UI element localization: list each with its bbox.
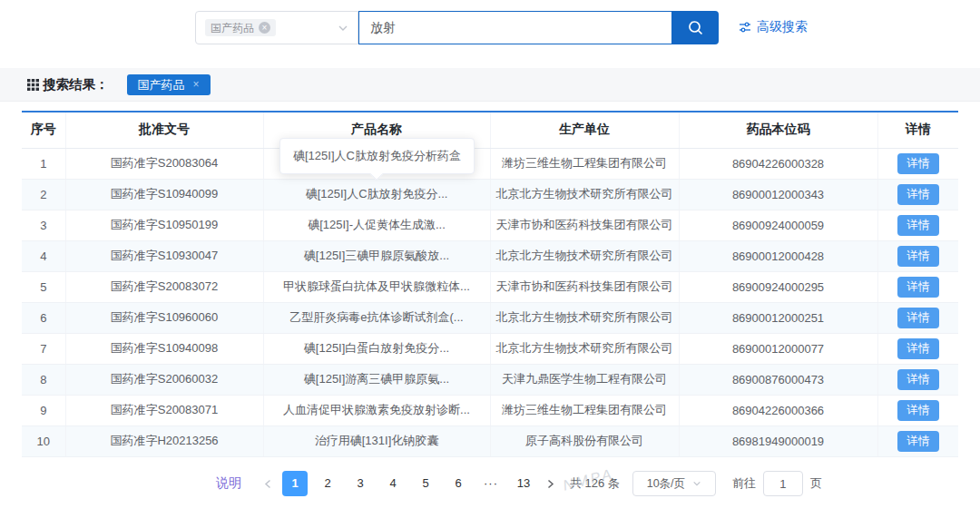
- cell-product-name: 碘[125I]-人促黄体生成激...: [263, 210, 490, 240]
- detail-button[interactable]: 详情: [897, 308, 939, 328]
- cell-approval-number: 国药准字S10960060: [65, 302, 263, 333]
- column-header: 详情: [877, 112, 958, 148]
- active-filter-tag[interactable]: 国产药品 ×: [127, 74, 211, 95]
- search-icon: [687, 19, 704, 36]
- table-row: 2国药准字S10940099碘[125I]人C肽放射免疫分...北京北方生物技术…: [22, 179, 958, 210]
- column-header: 生产单位: [490, 112, 679, 148]
- detail-button[interactable]: 详情: [897, 369, 939, 390]
- cell-detail: 详情: [877, 240, 958, 271]
- page-button-1[interactable]: 1: [282, 471, 308, 496]
- detail-button[interactable]: 详情: [897, 184, 939, 205]
- cell-detail: 详情: [877, 395, 958, 425]
- column-header: 药品本位码: [679, 112, 877, 148]
- column-header: 序号: [22, 112, 65, 148]
- detail-button[interactable]: 详情: [897, 246, 939, 267]
- cell-product-name: 碘[125I]白蛋白放射免疫分...: [263, 333, 490, 364]
- cell-detail: 详情: [877, 333, 958, 364]
- cell-detail: 详情: [877, 425, 958, 456]
- category-select[interactable]: 国产药品 ×: [195, 11, 358, 44]
- page-button-5[interactable]: 5: [413, 471, 438, 496]
- detail-button[interactable]: 详情: [897, 215, 939, 236]
- cell-manufacturer: 北京北方生物技术研究所有限公司: [490, 179, 679, 210]
- table-row: 8国药准字S20060032碘[125I]游离三碘甲腺原氨...天津九鼎医学生物…: [22, 364, 958, 395]
- goto-page-input[interactable]: [763, 471, 803, 496]
- table-row: 9国药准字S20083071人血清促甲状腺激素免疫放射诊断...潍坊三维生物工程…: [22, 395, 958, 425]
- cell-manufacturer: 北京北方生物技术研究所有限公司: [490, 240, 679, 271]
- cell-approval-number: 国药准字S20083072: [65, 271, 263, 302]
- detail-button[interactable]: 详情: [897, 277, 939, 298]
- cell-product-name: 碘[125I]三碘甲腺原氨酸放...: [263, 240, 490, 271]
- cell-manufacturer: 天津市协和医药科技集团有限公司: [490, 271, 679, 302]
- cell-product-name: 人血清促甲状腺激素免疫放射诊断...: [263, 395, 490, 425]
- cell-index: 9: [22, 395, 65, 425]
- cell-drug-code: 86900924000295: [679, 271, 877, 302]
- cell-drug-code: 86900012000077: [679, 333, 877, 364]
- page-button-6[interactable]: 6: [446, 471, 471, 496]
- search-group: [358, 11, 719, 44]
- table-row: 1国药准字S20083064潍坊三维生物工程集团有限公司869042260003…: [22, 148, 958, 179]
- page-size-select[interactable]: 10条/页: [632, 471, 716, 496]
- grid-icon: [27, 79, 39, 91]
- active-filter-label: 国产药品: [138, 79, 185, 91]
- goto-label: 前往: [732, 475, 756, 492]
- cell-index: 2: [22, 179, 65, 210]
- page: 国产药品 × 高级搜索 搜索结果： 国产药品 ×: [0, 0, 980, 528]
- cell-manufacturer: 天津九鼎医学生物工程有限公司: [490, 364, 679, 395]
- cell-manufacturer: 潍坊三维生物工程集团有限公司: [490, 148, 679, 179]
- cell-product-name: 乙型肝炎病毒e抗体诊断试剂盒(...: [263, 302, 490, 333]
- cell-index: 10: [22, 425, 65, 456]
- cell-approval-number: 国药准字S20083071: [65, 395, 263, 425]
- advanced-search-label: 高级搜索: [757, 19, 808, 35]
- cell-product-name: 碘[125I]人C肽放射免疫分...: [263, 179, 490, 210]
- cell-detail: 详情: [877, 271, 958, 302]
- prev-page-button[interactable]: [258, 479, 279, 489]
- detail-button[interactable]: 详情: [897, 153, 939, 174]
- next-page-button[interactable]: [540, 479, 561, 489]
- more-pages-icon[interactable]: ···: [478, 471, 504, 496]
- column-header: 批准文号: [65, 112, 263, 148]
- page-button-2[interactable]: 2: [315, 471, 340, 496]
- cell-approval-number: 国药准字S10940099: [65, 179, 263, 210]
- cell-index: 4: [22, 240, 65, 271]
- cell-manufacturer: 潍坊三维生物工程集团有限公司: [490, 395, 679, 425]
- remove-filter-icon[interactable]: ×: [193, 79, 200, 90]
- cell-manufacturer: 北京北方生物技术研究所有限公司: [490, 302, 679, 333]
- cell-product-name: 甲状腺球蛋白抗体及甲状腺微粒体...: [263, 271, 490, 302]
- page-list: 123456···13: [279, 471, 540, 496]
- cell-detail: 详情: [877, 210, 958, 240]
- table-row: 6国药准字S10960060乙型肝炎病毒e抗体诊断试剂盒(...北京北方生物技术…: [22, 302, 958, 333]
- table-row: 7国药准字S10940098碘[125I]白蛋白放射免疫分...北京北方生物技术…: [22, 333, 958, 364]
- tooltip-text: 碘[125I]人C肽放射免疫分析药盒: [293, 149, 461, 162]
- cell-detail: 详情: [877, 364, 958, 395]
- cell-product-name: 治疗用碘[131I]化钠胶囊: [263, 425, 490, 456]
- cell-drug-code: 86900876000473: [679, 364, 877, 395]
- page-button-4[interactable]: 4: [380, 471, 406, 496]
- cell-detail: 详情: [877, 302, 958, 333]
- cell-approval-number: 国药准字S20083064: [65, 148, 263, 179]
- cell-approval-number: 国药准字S10950199: [65, 210, 263, 240]
- search-button[interactable]: [671, 11, 719, 44]
- pagination: 说明 123456···13 共 126 条 10条/页 前往 页: [216, 471, 822, 496]
- detail-button[interactable]: 详情: [897, 400, 939, 421]
- filter-sliders-icon: [739, 21, 751, 34]
- results-label: 搜索结果：: [43, 76, 109, 93]
- cell-approval-number: 国药准字S10940098: [65, 333, 263, 364]
- cell-index: 1: [22, 148, 65, 179]
- cell-drug-code: 86981949000019: [679, 425, 877, 456]
- chevron-down-icon: [338, 23, 348, 34]
- remove-category-icon[interactable]: ×: [259, 22, 270, 34]
- note-link[interactable]: 说明: [216, 475, 241, 492]
- detail-button[interactable]: 详情: [897, 431, 939, 452]
- cell-approval-number: 国药准字S10930047: [65, 240, 263, 271]
- advanced-search-link[interactable]: 高级搜索: [739, 19, 808, 35]
- page-button-3[interactable]: 3: [348, 471, 373, 496]
- cell-detail: 详情: [877, 179, 958, 210]
- cell-product-name: 碘[125I]游离三碘甲腺原氨...: [263, 364, 490, 395]
- page-button-13[interactable]: 13: [511, 471, 536, 496]
- cell-drug-code: 86900012000428: [679, 240, 877, 271]
- search-input[interactable]: [358, 11, 671, 44]
- cell-manufacturer: 原子高科股份有限公司: [490, 425, 679, 456]
- product-name-tooltip: 碘[125I]人C肽放射免疫分析药盒: [279, 138, 475, 174]
- detail-button[interactable]: 详情: [897, 338, 939, 359]
- category-tag[interactable]: 国产药品 ×: [205, 19, 276, 36]
